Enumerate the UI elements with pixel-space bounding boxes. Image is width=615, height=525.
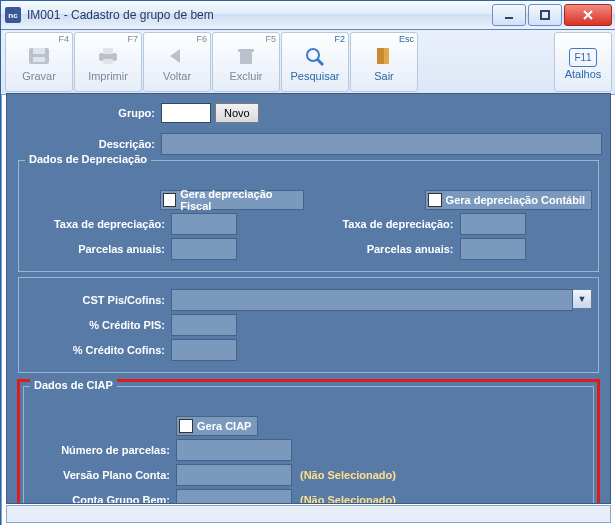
voltar-key: F6 [196,34,207,44]
exit-icon [370,43,398,69]
toolbar-spacer [419,32,553,92]
cst-input[interactable] [171,289,573,311]
conta-grupo-input[interactable] [176,489,292,504]
svg-line-11 [317,59,323,65]
maximize-button[interactable] [528,4,562,26]
svg-rect-0 [505,17,513,19]
svg-rect-13 [377,48,384,64]
pesquisar-label: Pesquisar [291,70,340,82]
versao-plano-label: Versão Plano Conta: [30,469,176,481]
voltar-label: Voltar [163,70,191,82]
window-controls [492,4,612,26]
svg-rect-9 [238,49,254,52]
ciap-highlight: Dados de CIAP Gera CIAP Número de parcel… [17,379,600,504]
gera-ciap-label: Gera CIAP [197,420,251,432]
pesquisar-button[interactable]: F2 Pesquisar [281,32,349,92]
excluir-key: F5 [265,34,276,44]
grupo-label: Grupo: [15,107,161,119]
taxa-fiscal-input[interactable] [171,213,237,235]
num-parcelas-label: Número de parcelas: [30,444,176,456]
atalhos-button[interactable]: F11 Atalhos [554,32,612,92]
svg-rect-1 [541,11,549,19]
parcelas-fiscal-label: Parcelas anuais: [25,243,171,255]
printer-icon [94,43,122,69]
atalhos-label: Atalhos [565,68,602,80]
gravar-button[interactable]: F4 Gravar [5,32,73,92]
app-icon: nc [5,7,21,23]
depreciacao-fieldset: Dados de Depreciação Gera depreciação Fi… [18,160,599,272]
parcelas-fiscal-input[interactable] [171,238,237,260]
maximize-icon [539,9,551,21]
ciap-fieldset: Dados de CIAP Gera CIAP Número de parcel… [23,386,594,504]
parcelas-contabil-input[interactable] [460,238,526,260]
gravar-key: F4 [58,34,69,44]
svg-rect-6 [103,48,113,54]
credito-pis-input[interactable] [171,314,237,336]
minimize-icon [503,9,515,21]
svg-rect-4 [33,57,45,62]
svg-rect-3 [33,48,45,54]
checkbox-icon [179,419,193,433]
svg-rect-8 [240,52,252,64]
titlebar: nc IM001 - Cadastro de grupo de bem [1,1,615,30]
num-parcelas-input[interactable] [176,439,292,461]
statusbar [6,505,611,523]
cst-label: CST Pis/Cofins: [25,294,171,306]
taxa-contabil-label: Taxa de depreciação: [314,218,460,230]
excluir-label: Excluir [229,70,262,82]
conta-grupo-note: (Não Selecionado) [300,494,396,504]
descricao-label: Descrição: [15,138,161,150]
piscofins-fieldset: CST Pis/Cofins: ▼ % Crédito PIS: % Crédi… [18,277,599,373]
excluir-button[interactable]: F5 Excluir [212,32,280,92]
cst-combo[interactable]: ▼ [171,289,592,311]
descricao-input[interactable] [161,133,602,155]
versao-plano-input[interactable] [176,464,292,486]
gera-contabil-label: Gera depreciação Contábil [446,194,585,206]
sair-label: Sair [374,70,394,82]
novo-button[interactable]: Novo [215,103,259,123]
voltar-button[interactable]: F6 Voltar [143,32,211,92]
credito-cofins-label: % Crédito Cofins: [25,344,171,356]
gera-fiscal-checkbox[interactable]: Gera depreciação Fiscal [160,190,303,210]
depreciacao-legend: Dados de Depreciação [25,153,151,165]
save-icon [25,43,53,69]
chevron-down-icon[interactable]: ▼ [573,289,592,309]
close-icon [582,9,594,21]
window-title: IM001 - Cadastro de grupo de bem [27,8,492,22]
close-button[interactable] [564,4,612,26]
gera-fiscal-label: Gera depreciação Fiscal [180,188,296,212]
pesquisar-key: F2 [334,34,345,44]
gravar-label: Gravar [22,70,56,82]
grupo-input[interactable] [161,103,211,123]
parcelas-contabil-label: Parcelas anuais: [314,243,460,255]
window: nc IM001 - Cadastro de grupo de bem F4 G… [0,0,615,525]
search-icon [301,43,329,69]
form-panel: Grupo: Novo Descrição: Dados de Deprecia… [6,93,611,504]
checkbox-icon [163,193,176,207]
ciap-legend: Dados de CIAP [30,379,117,391]
toolbar: F4 Gravar F7 Imprimir F6 Voltar F5 E [1,30,615,95]
trash-icon [232,43,260,69]
imprimir-button[interactable]: F7 Imprimir [74,32,142,92]
taxa-fiscal-label: Taxa de depreciação: [25,218,171,230]
versao-plano-note: (Não Selecionado) [300,469,396,481]
gera-ciap-checkbox[interactable]: Gera CIAP [176,416,258,436]
imprimir-key: F7 [127,34,138,44]
checkbox-icon [428,193,442,207]
imprimir-label: Imprimir [88,70,128,82]
minimize-button[interactable] [492,4,526,26]
credito-pis-label: % Crédito PIS: [25,319,171,331]
conta-grupo-label: Conta Grupo Bem: [30,494,176,504]
sair-button[interactable]: Esc Sair [350,32,418,92]
shortcut-f11-icon: F11 [569,48,596,67]
sair-key: Esc [399,34,414,44]
svg-rect-7 [103,59,113,64]
credito-cofins-input[interactable] [171,339,237,361]
taxa-contabil-input[interactable] [460,213,526,235]
back-icon [163,43,191,69]
gera-contabil-checkbox[interactable]: Gera depreciação Contábil [425,190,592,210]
